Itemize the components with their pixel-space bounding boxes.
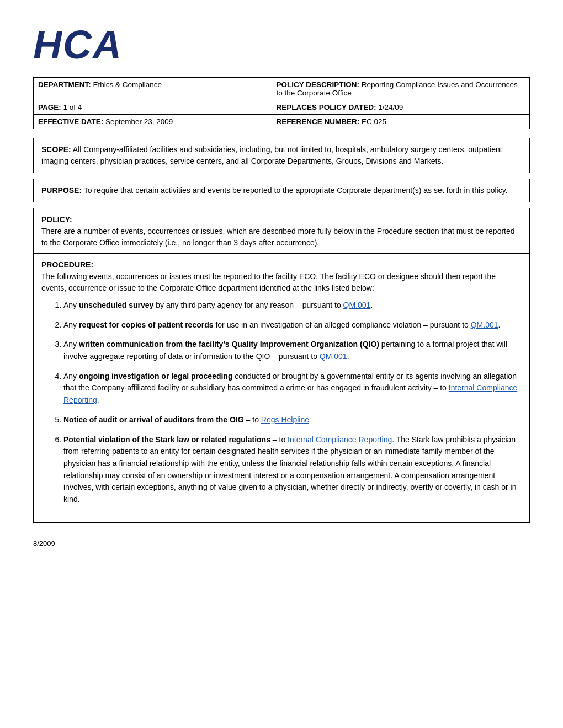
policy-desc-label: POLICY DESCRIPTION:	[277, 81, 360, 89]
department-value: Ethics & Compliance	[93, 81, 162, 89]
item3-link[interactable]: QM.001	[320, 352, 347, 361]
hca-logo: HCA	[33, 22, 530, 67]
list-item: Any unscheduled survey by any third part…	[63, 299, 522, 312]
purpose-label: PURPOSE:	[41, 186, 82, 195]
item6-bold: Potential violation of the Stark law or …	[63, 435, 270, 444]
policy-label: POLICY:	[41, 215, 72, 224]
scope-text: All Company-affiliated facilities and su…	[41, 145, 502, 165]
list-item: Potential violation of the Stark law or …	[63, 434, 522, 506]
scope-section: SCOPE: All Company-affiliated facilities…	[33, 138, 530, 173]
item1-link[interactable]: QM.001	[343, 301, 371, 309]
replaces-value: 1/24/09	[378, 103, 403, 111]
replaces-label: REPLACES POLICY DATED:	[277, 103, 376, 111]
list-item: Any written communication from the facil…	[63, 339, 522, 362]
item5-link[interactable]: Regs Helpline	[261, 415, 309, 424]
page-value: 1 of 4	[63, 103, 82, 111]
item3-bold: written communication from the facility'…	[79, 340, 379, 349]
procedure-list: Any unscheduled survey by any third part…	[63, 299, 522, 506]
reference-value: EC.025	[362, 117, 386, 126]
list-item: Any ongoing investigation or legal proce…	[63, 371, 522, 406]
item5-bold: Notice of audit or arrival of auditors f…	[63, 415, 244, 424]
effective-label: EFFECTIVE DATE:	[38, 117, 103, 126]
item1-bold: unscheduled survey	[79, 301, 153, 309]
item4-link[interactable]: Internal Compliance Reporting	[63, 383, 517, 404]
purpose-text: To require that certain activities and e…	[82, 186, 507, 195]
procedure-section: PROCEDURE: The following events, occurre…	[33, 253, 530, 523]
effective-value: September 23, 2009	[105, 117, 173, 126]
scope-label: SCOPE:	[41, 145, 71, 154]
item6-link[interactable]: Internal Compliance Reporting	[288, 435, 392, 444]
reference-label: REFERENCE NUMBER:	[277, 117, 360, 126]
header-table: DEPARTMENT: Ethics & Compliance POLICY D…	[33, 77, 530, 129]
footer-date: 8/2009	[33, 539, 55, 548]
footer: 8/2009	[33, 539, 530, 548]
department-label: DEPARTMENT:	[38, 81, 91, 89]
procedure-label: PROCEDURE:	[41, 260, 93, 269]
procedure-intro: The following events, occurrences or iss…	[41, 271, 522, 294]
list-item: Any request for copies of patient record…	[63, 319, 522, 331]
item2-link[interactable]: QM.001	[471, 320, 498, 329]
policy-section: POLICY: There are a number of events, oc…	[33, 208, 530, 253]
item2-bold: request for copies of patient records	[79, 320, 214, 329]
page-label: PAGE:	[38, 103, 61, 111]
purpose-section: PURPOSE: To require that certain activit…	[33, 179, 530, 202]
list-item: Notice of audit or arrival of auditors f…	[63, 414, 522, 426]
item4-bold: ongoing investigation or legal proceedin…	[79, 372, 232, 381]
policy-text: There are a number of events, occurrence…	[41, 226, 522, 249]
